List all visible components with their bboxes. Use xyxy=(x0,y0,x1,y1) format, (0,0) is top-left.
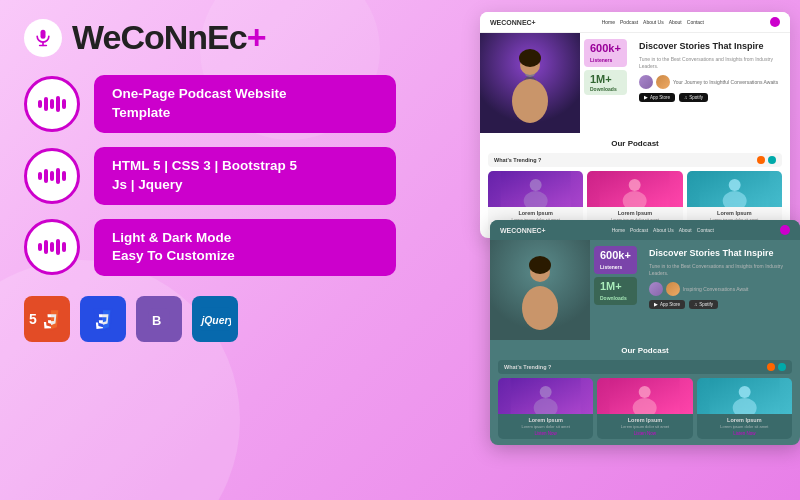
bootstrap-badge: B xyxy=(136,296,182,342)
preview-logo-dark: WECONNEC+ xyxy=(500,227,546,234)
spotify-badge: ♫ Spotify xyxy=(679,93,708,102)
podcast-card-3-dark: Lorem Ipsum Lorem ipsum dolor sit amet L… xyxy=(697,378,792,439)
app-badges-light: ▶ App Store ♫ Spotify xyxy=(639,93,782,102)
svg-point-12 xyxy=(519,49,541,67)
trending-bar-dark: What's Trending ? xyxy=(498,360,792,374)
hero-image-light xyxy=(480,33,580,133)
svg-point-25 xyxy=(529,256,551,274)
wave-icon-2 xyxy=(38,168,66,184)
preview-dark-mode: WECONNEC+ Home Podcast About Us About Co… xyxy=(490,220,800,445)
right-panel: WECONNEC+ Home Podcast About Us About Co… xyxy=(420,0,800,500)
stat-600k-dark: 600k+ Listeners xyxy=(594,246,637,274)
hero-sub-light: Tune in to the Best Conversations and In… xyxy=(639,56,782,70)
feature-label-box-3: Light & Dark ModeEasy To Customize xyxy=(94,219,396,277)
podcast-title-light: Our Podcast xyxy=(488,139,782,148)
mic-icon xyxy=(33,28,53,48)
hero-image-dark xyxy=(490,240,590,340)
mini-avatar-row-dark: Inspiring Conversations Await xyxy=(649,282,792,296)
feature-circle-3 xyxy=(24,219,80,275)
trending-dot-teal-dark xyxy=(778,363,786,371)
svg-point-11 xyxy=(512,79,548,123)
feature-circle-1 xyxy=(24,76,80,132)
html5-icon xyxy=(37,305,65,333)
card-img-3-light xyxy=(687,171,782,207)
spotify-badge-dark: ♫ Spotify xyxy=(689,300,718,309)
feature-label-box-2: HTML 5 | CSS 3 | Bootstrap 5Js | Jquery xyxy=(94,147,396,205)
mini-avatar-2 xyxy=(656,75,670,89)
svg-point-17 xyxy=(629,179,641,191)
trending-text-dark: What's Trending ? xyxy=(504,364,551,370)
hero-headline-dark: Discover Stories That Inspire xyxy=(649,248,792,260)
brand-name-text: WeCoNnEc xyxy=(72,18,247,56)
wave-icon-3 xyxy=(38,239,66,255)
hero-content-dark: Discover Stories That Inspire Tune in to… xyxy=(641,240,800,340)
trending-bar-light: What's Trending ? xyxy=(488,153,782,167)
card-img-2-light xyxy=(587,171,682,207)
svg-point-14 xyxy=(530,179,542,191)
app-badges-dark: ▶ App Store ♫ Spotify xyxy=(649,300,792,309)
wave-icon-1 xyxy=(38,96,66,112)
feature-item-1: One-Page Podcast WebsiteTemplate xyxy=(24,75,396,133)
logo-row: WeCoNnEc+ xyxy=(24,18,396,57)
mini-avatar-4 xyxy=(666,282,680,296)
mini-text-dark: Inspiring Conversations Await xyxy=(683,286,749,292)
brand-title: WeCoNnEc+ xyxy=(72,18,265,57)
feature-circle-2 xyxy=(24,148,80,204)
hero-person-svg-light xyxy=(480,33,580,133)
svg-point-30 xyxy=(639,386,651,398)
svg-point-33 xyxy=(738,386,750,398)
nav-dot-light xyxy=(770,17,780,27)
html5-badge: 5 xyxy=(24,296,70,342)
preview-hero-dark: 600k+ Listeners 1M+ Downloads Discover S… xyxy=(490,240,800,340)
css3-icon xyxy=(89,305,117,333)
trending-dot-orange-dark xyxy=(767,363,775,371)
css3-badge xyxy=(80,296,126,342)
trending-dots-light xyxy=(757,156,776,164)
preview-hero-light: 600k+ Listeners 1M+ Downloads Discover S… xyxy=(480,33,790,133)
trending-text-light: What's Trending ? xyxy=(494,157,541,163)
feature-label-text-3: Light & Dark ModeEasy To Customize xyxy=(112,229,378,267)
card-img-3-dark xyxy=(697,378,792,414)
mini-avatar-3 xyxy=(649,282,663,296)
nav-links-light: Home Podcast About Us About Contact xyxy=(602,19,704,25)
feature-label-box-1: One-Page Podcast WebsiteTemplate xyxy=(94,75,396,133)
jquery-icon: jQuery xyxy=(199,305,231,333)
mic-icon-circle xyxy=(24,19,62,57)
svg-point-20 xyxy=(728,179,740,191)
feature-item-2: HTML 5 | CSS 3 | Bootstrap 5Js | Jquery xyxy=(24,147,396,205)
mini-text-light: Your Journey to Insightful Conversations… xyxy=(673,79,778,85)
svg-point-24 xyxy=(522,286,558,330)
stat-600k-light: 600k+ Listeners xyxy=(584,39,627,67)
bootstrap-icon: B xyxy=(145,305,173,333)
hero-person-svg-dark xyxy=(490,240,590,340)
left-panel: WeCoNnEc+ One-Page Podcast WebsiteTemp xyxy=(0,0,420,500)
jquery-badge: jQuery xyxy=(192,296,238,342)
svg-point-27 xyxy=(540,386,552,398)
feature-item-3: Light & Dark ModeEasy To Customize xyxy=(24,219,396,277)
stat-1m-light: 1M+ Downloads xyxy=(584,70,627,95)
card-body-1-dark: Lorem Ipsum Lorem ipsum dolor sit amet L… xyxy=(498,414,593,439)
hero-headline-light: Discover Stories That Inspire xyxy=(639,41,782,53)
mini-avatar-1 xyxy=(639,75,653,89)
trending-dots-dark xyxy=(767,363,786,371)
hero-sub-dark: Tune in to the Best Conversations and In… xyxy=(649,263,792,277)
feature-label-text-2: HTML 5 | CSS 3 | Bootstrap 5Js | Jquery xyxy=(112,157,378,195)
hero-content-light: Discover Stories That Inspire Tune in to… xyxy=(631,33,790,133)
trending-dot-orange-light xyxy=(757,156,765,164)
svg-rect-0 xyxy=(41,29,46,38)
podcast-title-dark: Our Podcast xyxy=(498,346,792,355)
trending-dot-teal-light xyxy=(768,156,776,164)
svg-text:jQuery: jQuery xyxy=(199,315,231,326)
app-store-badge-dark: ▶ App Store xyxy=(649,300,685,309)
app-store-badge: ▶ App Store xyxy=(639,93,675,102)
podcast-card-1-dark: Lorem Ipsum Lorem ipsum dolor sit amet L… xyxy=(498,378,593,439)
podcast-section-dark: Our Podcast What's Trending ? xyxy=(490,340,800,445)
card-img-1-light xyxy=(488,171,583,207)
nav-links-dark: Home Podcast About Us About Contact xyxy=(612,227,714,233)
hero-stats-dark: 600k+ Listeners 1M+ Downloads xyxy=(590,240,641,340)
preview-nav-light: WECONNEC+ Home Podcast About Us About Co… xyxy=(480,12,790,33)
card-body-3-dark: Lorem Ipsum Lorem ipsum dolor sit amet L… xyxy=(697,414,792,439)
podcast-cards-dark: Lorem Ipsum Lorem ipsum dolor sit amet L… xyxy=(498,378,792,439)
preview-light-mode: WECONNEC+ Home Podcast About Us About Co… xyxy=(480,12,790,238)
features-list: One-Page Podcast WebsiteTemplate HTML 5 … xyxy=(24,75,396,276)
